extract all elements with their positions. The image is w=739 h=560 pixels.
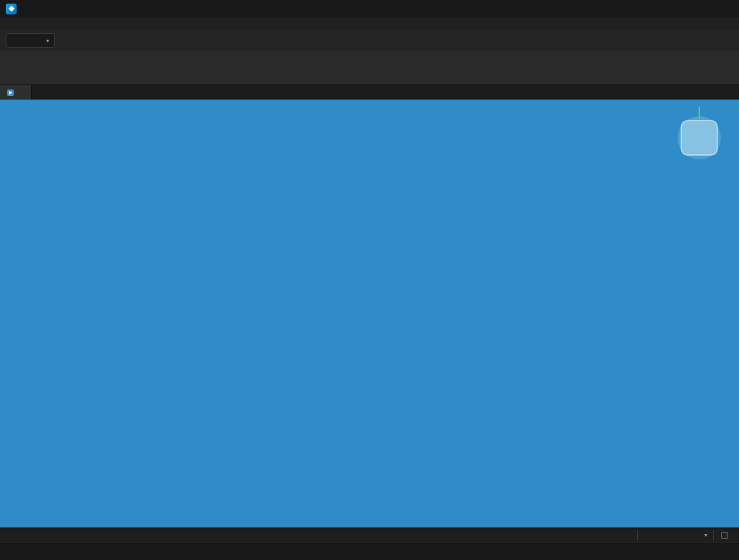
command-bar: ▾ [0, 528, 739, 542]
viewport-3d-scene [0, 100, 739, 528]
place-icon [6, 89, 14, 97]
status-bar [0, 542, 739, 560]
viewport-3d[interactable] [0, 100, 739, 528]
ribbon-tab-bar: ▾ [0, 30, 739, 51]
document-tab[interactable] [0, 85, 32, 100]
ribbon-toolbar [0, 51, 739, 85]
menu-bar [0, 17, 739, 30]
document-tab-bar [0, 85, 739, 100]
chevron-down-icon: ▾ [46, 38, 49, 44]
gear-icon[interactable] [724, 87, 735, 98]
chevron-down-icon: ▾ [704, 532, 707, 538]
title-bar [0, 0, 739, 17]
view-cube-face[interactable] [681, 121, 717, 155]
view-cube[interactable] [678, 107, 721, 159]
roblox-studio-window: ▾ [0, 0, 739, 560]
test-mode-dropdown[interactable]: ▾ [6, 33, 55, 48]
standalone-toggle[interactable] [714, 532, 739, 539]
commandbar-selector[interactable]: ▾ [638, 532, 713, 538]
studio-logo-icon [6, 4, 17, 14]
standalone-checkbox[interactable] [721, 532, 728, 539]
